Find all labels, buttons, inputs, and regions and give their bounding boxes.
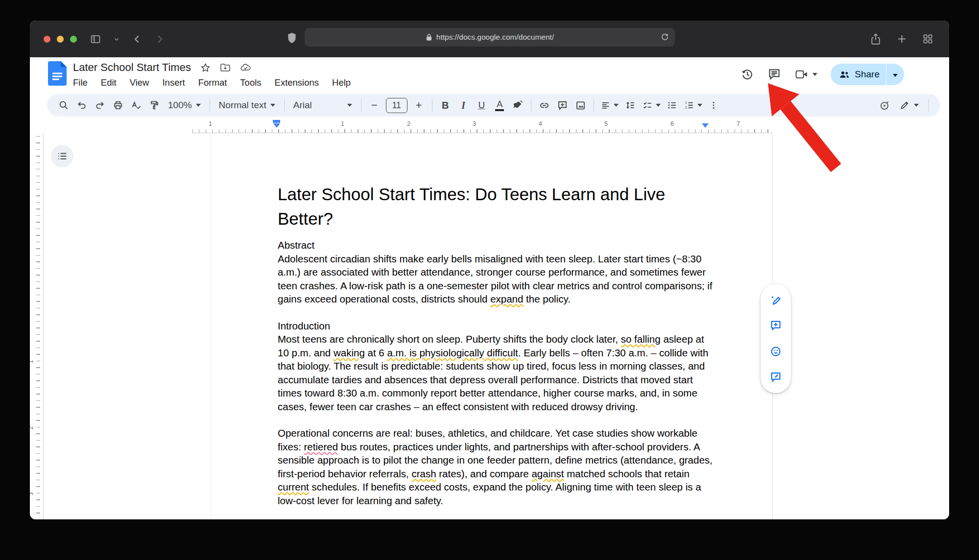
menu-tools[interactable]: Tools	[240, 77, 261, 88]
margin-tools-pill	[761, 284, 791, 393]
add-comment-margin-button[interactable]	[766, 316, 786, 335]
show-document-outline-button[interactable]	[51, 145, 73, 167]
help-me-write-button[interactable]	[766, 290, 786, 310]
docs-header: Later School Start Times	[30, 57, 949, 92]
ruler-number: 4	[539, 120, 542, 127]
menu-insert[interactable]: Insert	[162, 77, 185, 88]
section-operational: Operational concerns are real: buses, at…	[278, 426, 715, 507]
section-introduction: Introduction Most teens are chronically …	[278, 319, 715, 414]
document-body[interactable]: Later School Start Times: Do Teens Learn…	[278, 182, 715, 507]
redo-button[interactable]	[91, 97, 108, 114]
docs-menubar: File Edit View Insert Format Tools Exten…	[73, 77, 351, 88]
font-caret-icon	[347, 104, 352, 107]
docs-toolbar: 100% Normal text Arial − 11 + B I U A	[47, 94, 940, 117]
tab-overview-icon[interactable]	[922, 33, 933, 45]
zoom-select[interactable]: 100%	[164, 97, 205, 114]
menu-view[interactable]: View	[130, 77, 149, 88]
font-size-input[interactable]: 11	[386, 98, 407, 113]
sidebar-toggle-icon[interactable]	[90, 33, 101, 45]
toolbar-divider	[929, 99, 929, 112]
insert-image-button[interactable]	[572, 97, 589, 114]
toolbar-divider	[531, 99, 531, 112]
document-canvas[interactable]: 1 2 3 4 5 Later School Start Times: Do T…	[30, 133, 949, 519]
reload-icon[interactable]	[660, 32, 669, 42]
menu-extensions[interactable]: Extensions	[275, 77, 319, 88]
open-comments-icon[interactable]	[767, 68, 781, 81]
decrease-font-size-button[interactable]: −	[366, 97, 383, 114]
editing-mode-button[interactable]	[897, 97, 921, 114]
underline-button[interactable]: U	[473, 97, 490, 114]
spelling-grammar-check-button[interactable]	[127, 97, 144, 114]
lock-icon	[426, 33, 432, 41]
increase-font-size-button[interactable]: +	[410, 97, 428, 114]
paragraph-styles-select[interactable]: Normal text	[215, 97, 280, 114]
browser-window: https://docs.google.com/document/	[30, 21, 949, 519]
undo-button[interactable]	[73, 97, 90, 114]
numbered-list-button[interactable]: 12	[682, 97, 704, 114]
checklist-button[interactable]	[640, 97, 663, 114]
back-button[interactable]	[132, 34, 143, 45]
insert-link-button[interactable]	[536, 97, 553, 114]
align-button[interactable]	[598, 97, 621, 114]
star-icon[interactable]	[200, 63, 211, 73]
font-size-value: 11	[392, 100, 401, 111]
zoom-window-button[interactable]	[70, 36, 77, 43]
bold-button[interactable]: B	[437, 97, 454, 114]
font-select[interactable]: Arial	[289, 97, 357, 114]
meet-caret-icon[interactable]	[812, 73, 817, 76]
editing-mode-caret-icon	[914, 104, 919, 107]
line-spacing-button[interactable]	[622, 97, 639, 114]
minimize-window-button[interactable]	[57, 36, 64, 43]
menu-file[interactable]: File	[73, 77, 88, 88]
url-text: https://docs.google.com/document/	[436, 33, 554, 42]
styles-caret-icon	[270, 104, 275, 107]
close-window-button[interactable]	[44, 36, 50, 43]
vertical-ruler-ticks	[36, 136, 40, 519]
section-paragraph: Adolescent circadian shifts make early b…	[278, 252, 715, 306]
page-left-edge	[211, 133, 211, 519]
grammar-marked-text: crash	[411, 468, 436, 479]
address-bar[interactable]: https://docs.google.com/document/	[305, 28, 675, 47]
google-docs-logo-icon[interactable]	[48, 61, 67, 86]
browser-actions	[870, 21, 933, 57]
zoom-value: 100%	[168, 100, 192, 111]
grammar-marked-text: current	[278, 481, 309, 492]
paint-format-button[interactable]	[145, 97, 163, 114]
emoji-reaction-button[interactable]	[766, 342, 786, 361]
export-share-icon[interactable]	[870, 33, 882, 46]
new-tab-icon[interactable]	[896, 33, 907, 45]
menu-format[interactable]: Format	[198, 77, 227, 88]
italic-button[interactable]: I	[455, 97, 472, 114]
highlight-color-button[interactable]	[509, 97, 526, 114]
share-label: Share	[855, 69, 880, 80]
left-indent-marker[interactable]	[273, 120, 280, 128]
ruler-number: 1	[341, 120, 344, 127]
ruler-number: 1	[209, 120, 212, 127]
browser-chrome: https://docs.google.com/document/	[30, 21, 949, 57]
document-name[interactable]: Later School Start Times	[73, 61, 191, 74]
right-indent-marker[interactable]	[702, 123, 709, 128]
section-abstract: Abstract Adolescent circadian shifts mak…	[278, 238, 715, 306]
forward-button[interactable]	[154, 34, 165, 45]
privacy-shield-icon[interactable]	[287, 32, 297, 45]
meet-camera-icon[interactable]	[794, 69, 817, 80]
version-history-icon[interactable]	[740, 68, 754, 81]
sidebar-chevron-down-icon[interactable]	[113, 36, 120, 43]
horizontal-ruler[interactable]: 1 1 2 3 4 5 6 7	[30, 118, 949, 133]
share-dropdown-button[interactable]	[886, 70, 904, 79]
move-to-folder-icon[interactable]	[220, 63, 231, 72]
search-menus-button[interactable]	[55, 97, 72, 114]
grammar-marked-text: a.m. is physiologically difficult	[387, 347, 518, 358]
share-button[interactable]: Share	[831, 64, 904, 85]
cloud-saved-icon[interactable]	[240, 63, 252, 72]
suggest-edits-button[interactable]	[766, 367, 786, 387]
menu-help[interactable]: Help	[332, 77, 351, 88]
print-button[interactable]	[109, 97, 126, 114]
more-toolbar-options-button[interactable]	[705, 97, 722, 114]
text-color-button[interactable]: A	[491, 97, 508, 114]
text-color-bar	[495, 109, 504, 111]
play-circle-icon[interactable]	[876, 97, 893, 114]
menu-edit[interactable]: Edit	[101, 77, 117, 88]
bulleted-list-button[interactable]	[664, 97, 681, 114]
add-comment-button[interactable]	[554, 97, 571, 114]
